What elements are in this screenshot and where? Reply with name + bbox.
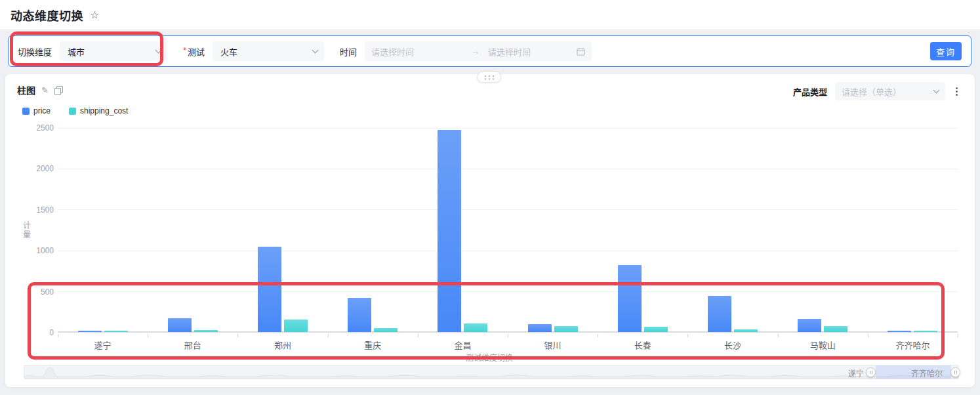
bar-price-遂宁[interactable]: [78, 331, 102, 332]
chevron-down-icon: [312, 47, 319, 53]
x-category-label: 金昌: [423, 339, 502, 351]
bar-price-齐齐哈尔[interactable]: [888, 331, 911, 332]
bar-shipping_cost-遂宁[interactable]: [104, 331, 128, 332]
legend-label: price: [33, 106, 51, 115]
datazoom-start-label: 遂宁: [838, 367, 864, 379]
chart-title: 柱图: [17, 83, 35, 96]
y-tick-label: 1500: [36, 205, 54, 215]
datazoom-right-handle[interactable]: [950, 367, 960, 377]
x-category-label: 齐齐哈尔: [873, 339, 952, 351]
gridline: [58, 169, 958, 169]
time-filter-label: 时间: [340, 45, 357, 58]
bar-shipping_cost-金昌[interactable]: [464, 323, 487, 332]
chevron-down-icon: [933, 87, 940, 93]
bar-price-银川[interactable]: [528, 324, 552, 332]
y-tick-label: 2500: [36, 123, 54, 133]
time-start-placeholder: 请选择时间: [371, 45, 471, 58]
title-bar: 动态维度切换 ☆: [0, 0, 980, 30]
range-arrow-icon: →: [471, 47, 488, 56]
chevron-down-icon: [155, 47, 162, 53]
drag-handle-icon: [483, 74, 495, 81]
dimension-select[interactable]: 城市: [60, 41, 167, 61]
bar-shipping_cost-齐齐哈尔[interactable]: [914, 331, 937, 332]
edit-icon[interactable]: ✎: [41, 86, 49, 94]
x-category-label: 邢台: [153, 339, 232, 351]
x-category-label: 重庆: [333, 339, 412, 351]
test-filter-label: 测试: [188, 47, 205, 57]
copy-icon[interactable]: [54, 86, 62, 94]
y-tick-label: 0: [49, 327, 54, 338]
bar-shipping_cost-银川[interactable]: [554, 326, 578, 332]
required-mark: *: [183, 45, 186, 55]
bar-price-邢台[interactable]: [168, 318, 192, 332]
product-type-select[interactable]: 请选择（单选）: [835, 82, 945, 100]
test-filter-label-group: *测试: [183, 45, 205, 58]
page-title: 动态维度切换: [10, 7, 83, 24]
product-type-placeholder: 请选择（单选）: [842, 85, 901, 98]
bar-shipping_cost-邢台[interactable]: [194, 330, 218, 332]
bar-shipping_cost-马鞍山[interactable]: [824, 326, 847, 332]
legend-swatch: [22, 108, 30, 115]
favorite-star-icon[interactable]: ☆: [90, 10, 99, 20]
x-category-label: 遂宁: [64, 339, 142, 351]
query-button[interactable]: 查询: [930, 42, 962, 60]
gridline: [58, 251, 958, 251]
chart-panel: 柱图 ✎ 产品类型 请选择（单选） priceshipping_cost 计量 …: [5, 74, 975, 387]
x-category-label: 银川: [514, 339, 592, 351]
bar-price-长春[interactable]: [618, 265, 642, 332]
x-category-label: 马鞍山: [783, 339, 862, 351]
bar-shipping_cost-长沙[interactable]: [734, 329, 758, 332]
panel-drag-handle[interactable]: [477, 72, 501, 83]
bar-price-马鞍山[interactable]: [798, 319, 821, 332]
datazoom-data-shadow: [24, 365, 958, 379]
legend-swatch: [69, 108, 76, 115]
bar-shipping_cost-长春[interactable]: [644, 327, 668, 332]
bar-price-重庆[interactable]: [348, 298, 371, 332]
x-tick-mark: [958, 334, 958, 337]
plot-area: [58, 128, 958, 333]
product-type-label: 产品类型: [793, 85, 827, 98]
datazoom-end-label: 齐齐哈尔: [911, 367, 945, 379]
legend: priceshipping_cost: [22, 106, 128, 115]
x-axis-line: [58, 331, 958, 333]
bar-price-郑州[interactable]: [258, 247, 281, 332]
time-range-picker[interactable]: 请选择时间 → 请选择时间: [365, 41, 592, 61]
test-select-value: 火车: [220, 45, 237, 58]
x-category-label: 郑州: [243, 339, 322, 351]
bar-shipping_cost-郑州[interactable]: [284, 320, 308, 332]
time-end-placeholder: 请选择时间: [488, 45, 577, 58]
legend-item-shipping_cost[interactable]: shipping_cost: [69, 106, 128, 115]
legend-item-price[interactable]: price: [22, 106, 51, 115]
y-tick-label: 500: [41, 287, 54, 297]
chart-controls: 产品类型 请选择（单选）: [793, 82, 960, 100]
filter-panel: 切换维度 城市 *测试 火车 时间 请选择时间 → 请选择时间 查询: [8, 35, 971, 67]
x-category-label: 长沙: [693, 339, 772, 351]
bar-price-金昌[interactable]: [438, 130, 461, 332]
gridline: [58, 128, 958, 129]
legend-label: shipping_cost: [80, 106, 128, 115]
gridline: [58, 209, 958, 210]
datazoom-slider[interactable]: 遂宁 齐齐哈尔: [24, 365, 959, 379]
x-axis-labels: 遂宁邢台郑州重庆金昌银川长春长沙马鞍山齐齐哈尔: [58, 334, 958, 350]
test-select[interactable]: 火车: [213, 41, 324, 61]
dimension-filter-label: 切换维度: [18, 45, 52, 58]
bar-price-长沙[interactable]: [708, 296, 731, 332]
y-tick-label: 2000: [36, 163, 54, 174]
x-axis-name: 测试维度切换: [358, 352, 621, 363]
chart-header: 柱图 ✎: [17, 83, 62, 96]
datazoom-left-handle[interactable]: [866, 367, 876, 377]
x-category-label: 长春: [603, 339, 682, 351]
dimension-select-value: 城市: [68, 45, 85, 58]
calendar-icon: [577, 47, 585, 56]
y-axis-labels: 05001000150020002500: [21, 128, 54, 333]
bar-shipping_cost-重庆[interactable]: [374, 328, 398, 332]
y-tick-label: 1000: [36, 245, 54, 256]
gridline: [58, 291, 958, 292]
more-options-kebab-icon[interactable]: [956, 91, 958, 93]
